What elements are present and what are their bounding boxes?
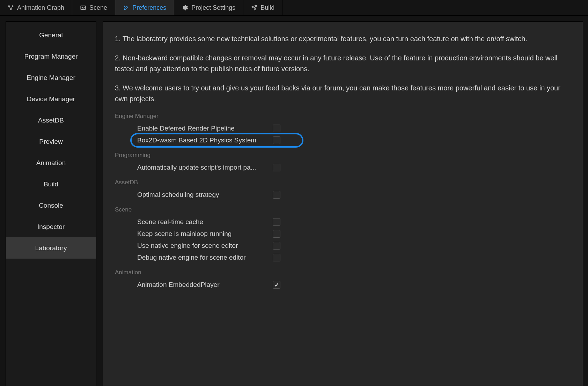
setting-row: Optimal scheduling strategy	[115, 189, 571, 201]
main-area: GeneralProgram ManagerEngine ManagerDevi…	[0, 16, 588, 386]
setting-label: Keep scene is mainloop running	[137, 230, 273, 238]
tab-label: Animation Graph	[17, 4, 64, 12]
laboratory-panel: 1. The laboratory provides some new tech…	[103, 21, 583, 386]
tab-project-settings[interactable]: Project Settings	[174, 0, 243, 15]
checkbox[interactable]	[273, 191, 280, 199]
sidebar-item-build[interactable]: Build	[6, 173, 96, 195]
sidebar-item-label: Inspector	[37, 223, 65, 231]
tab-build[interactable]: Build	[243, 0, 282, 15]
setting-row: Keep scene is mainloop running	[115, 228, 571, 240]
sidebar-item-label: Device Manager	[27, 95, 75, 103]
image-icon	[80, 5, 86, 11]
laboratory-intro: 1. The laboratory provides some new tech…	[115, 34, 571, 104]
sidebar-item-animation[interactable]: Animation	[6, 152, 96, 173]
checkbox[interactable]	[273, 242, 280, 250]
setting-row: Use native engine for scene editor	[115, 240, 571, 252]
setting-row: Scene real-time cache	[115, 216, 571, 228]
sidebar-item-laboratory[interactable]: Laboratory	[6, 237, 96, 259]
graph-icon	[8, 5, 14, 11]
section-header-animation: Animation	[115, 269, 571, 276]
checkbox[interactable]	[273, 125, 280, 132]
svg-point-0	[8, 6, 9, 7]
tab-animation-graph[interactable]: Animation Graph	[0, 0, 72, 15]
sidebar-item-label: Console	[39, 202, 63, 209]
checkbox[interactable]	[273, 281, 280, 289]
svg-point-1	[10, 9, 12, 10]
checkbox[interactable]	[273, 218, 280, 226]
sidebar-item-inspector[interactable]: Inspector	[6, 216, 96, 237]
tab-label: Preferences	[132, 4, 166, 12]
sidebar-item-device-manager[interactable]: Device Manager	[6, 88, 96, 110]
checkbox[interactable]	[273, 230, 280, 238]
intro-paragraph-3: 3. We welcome users to try out and give …	[115, 83, 571, 104]
setting-label: Optimal scheduling strategy	[137, 191, 273, 199]
sidebar-item-engine-manager[interactable]: Engine Manager	[6, 67, 96, 88]
checkbox[interactable]	[273, 136, 280, 144]
setting-label: Box2D-wasm Based 2D Physics System	[137, 136, 273, 144]
setting-row: Automatically update script's import pa.…	[115, 162, 571, 173]
tab-label: Project Settings	[191, 4, 235, 12]
svg-point-2	[12, 6, 13, 7]
sidebar-item-label: Preview	[39, 138, 63, 146]
setting-label: Enable Deferred Render Pipeline	[137, 125, 273, 132]
sidebar-item-assetdb[interactable]: AssetDB	[6, 110, 96, 131]
sidebar-item-program-manager[interactable]: Program Manager	[6, 46, 96, 67]
intro-paragraph-2: 2. Non-backward compatible changes or re…	[115, 53, 571, 74]
gear-icon	[182, 5, 188, 11]
tools-icon	[123, 5, 129, 11]
setting-label: Scene real-time cache	[137, 218, 273, 226]
sidebar-item-label: General	[39, 31, 63, 39]
checkbox[interactable]	[273, 164, 280, 171]
preferences-sidebar: GeneralProgram ManagerEngine ManagerDevi…	[6, 21, 96, 386]
sidebar-item-label: Animation	[36, 159, 66, 167]
section-header-scene: Scene	[115, 206, 571, 213]
svg-point-4	[82, 7, 82, 7]
sidebar-item-console[interactable]: Console	[6, 195, 96, 216]
sidebar-item-label: Laboratory	[35, 244, 67, 252]
sidebar-item-label: AssetDB	[38, 117, 64, 124]
setting-label: Automatically update script's import pa.…	[137, 164, 273, 171]
sidebar-item-label: Build	[44, 180, 58, 188]
laboratory-settings: Engine ManagerEnable Deferred Render Pip…	[115, 113, 571, 291]
tab-label: Scene	[89, 4, 107, 12]
sidebar-item-general[interactable]: General	[6, 24, 96, 46]
section-header-programming: Programming	[115, 152, 571, 159]
tab-scene[interactable]: Scene	[72, 0, 115, 15]
sidebar-item-preview[interactable]: Preview	[6, 131, 96, 152]
setting-row: Debug native engine for scene editor	[115, 252, 571, 263]
tab-label: Build	[260, 4, 274, 12]
setting-row: Animation EmbeddedPlayer	[115, 279, 571, 291]
setting-row: Enable Deferred Render Pipeline	[115, 123, 571, 134]
setting-label: Debug native engine for scene editor	[137, 254, 273, 261]
sidebar-item-label: Program Manager	[24, 53, 78, 60]
tab-preferences[interactable]: Preferences	[115, 0, 174, 15]
setting-row: Box2D-wasm Based 2D Physics System	[115, 134, 571, 146]
section-header-assetdb: AssetDB	[115, 179, 571, 186]
send-icon	[251, 5, 257, 11]
section-header-engine-manager: Engine Manager	[115, 113, 571, 120]
tab-bar: Animation GraphScenePreferencesProject S…	[0, 0, 588, 16]
setting-label: Animation EmbeddedPlayer	[137, 281, 273, 289]
sidebar-item-label: Engine Manager	[27, 74, 75, 82]
checkbox[interactable]	[273, 254, 280, 261]
intro-paragraph-1: 1. The laboratory provides some new tech…	[115, 34, 571, 44]
setting-label: Use native engine for scene editor	[137, 242, 273, 250]
